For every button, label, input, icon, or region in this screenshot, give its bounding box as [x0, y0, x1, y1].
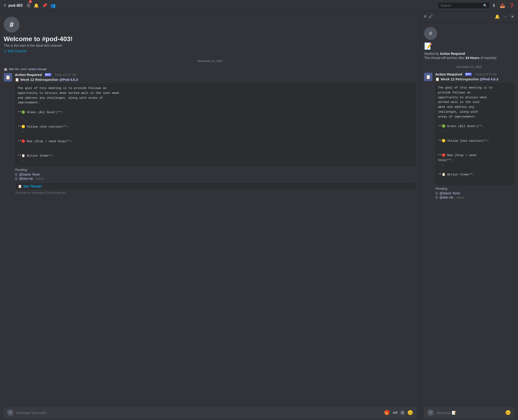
pending-checkbox-2[interactable]	[15, 177, 18, 180]
thread-top-icons: 🔔 ··· ✕	[495, 14, 514, 19]
date-separator: December 21, 2021	[0, 60, 420, 63]
add-attachment-button[interactable]: +	[7, 409, 14, 416]
message-title-text: Week 12 Retrospective	[20, 78, 58, 82]
top-bar-right-icons: ⬇ 📥 ❓	[492, 3, 514, 8]
download-icon[interactable]: ⬇	[492, 3, 496, 8]
see-thread-emoji: 📋	[18, 184, 22, 188]
edited-tag: (edited)	[35, 177, 44, 180]
command-user: Wei He	[9, 67, 19, 71]
started-by-prefix: Started by	[424, 52, 439, 55]
thread-header: # 📝 Started by Action Required This thre…	[420, 22, 518, 62]
pending-item-2: @Wei He (edited)	[15, 177, 416, 180]
thread-message-input[interactable]	[437, 411, 503, 415]
channel-header: # Welcome to #pod-403! This is the start…	[0, 11, 420, 57]
thread-hash-icon: #	[424, 14, 426, 19]
channel-icon-circle: #	[4, 17, 20, 32]
emoji-icon[interactable]: 😊	[407, 410, 413, 415]
main-layout: # Welcome to #pod-403! This is the start…	[0, 11, 518, 420]
thread-date-separator: December 21, 2021	[422, 65, 516, 68]
message-content: Action Required BOT Today at 9:57 AM 📋 W…	[15, 73, 416, 195]
message-row: 📋 Action Required BOT Today at 9:57 AM 📋…	[0, 72, 420, 195]
thread-hash-large: #	[429, 30, 432, 37]
thread-edited-tag: (edited)	[456, 196, 464, 199]
thread-pending-checkbox-1[interactable]	[435, 192, 438, 195]
pending-mention-2: @Wei He	[19, 177, 33, 180]
used-text: used	[20, 67, 26, 71]
thread-archive-note: This thread will archive after 24 Hours …	[424, 56, 514, 60]
date-separator-text: December 21, 2021	[197, 60, 223, 63]
search-icon: 🔍	[483, 4, 487, 8]
thread-messages: December 21, 2021 📋 Action Required BOT …	[420, 62, 518, 405]
thread-add-button[interactable]: +	[427, 409, 434, 416]
notification-badge: 1	[29, 0, 32, 3]
started-by-name: Action Required	[440, 52, 465, 55]
bot-icon-small: 🤖	[4, 67, 8, 71]
thread-pending-label: Pending:	[435, 187, 514, 190]
thread-message-title: 📋 Week 12 Retrospective @Pod 4.0.3	[435, 77, 514, 81]
thread-bell-icon[interactable]: 🔔	[495, 14, 500, 19]
archive-suffix: of inactivity.	[480, 56, 497, 60]
thread-bot-name: Action Required	[435, 72, 462, 76]
left-panel: # Welcome to #pod-403! This is the start…	[0, 11, 420, 420]
bot-tag: BOT	[45, 73, 51, 76]
thread-bot-avatar: 📋	[424, 73, 433, 81]
thread-pending-checkbox-2[interactable]	[435, 196, 438, 199]
message-timestamp: Today at 9:57 AM	[55, 73, 76, 76]
pending-mention-1: @Damir Temir	[19, 172, 40, 176]
thread-emoji-btn[interactable]: 😊	[505, 410, 511, 415]
thread-close-icon[interactable]: ✕	[511, 14, 514, 19]
pending-checkbox-1[interactable]	[15, 173, 18, 176]
welcome-title: Welcome to #pod-403!	[4, 35, 416, 43]
top-bar: # pod-403 ☰ 1 🔔 📌 👥 🔍 ⬇ 📥 ❓	[0, 0, 518, 11]
channel-title: pod-403	[8, 3, 23, 8]
bell-icon[interactable]: 🔔	[34, 3, 39, 8]
used-command-line: 🤖 Wei He used /action-thread	[0, 66, 420, 72]
thread-input-bar[interactable]: + 😊	[424, 407, 514, 418]
thread-date-text: December 21, 2021	[457, 65, 482, 68]
thread-started-by: Started by Action Required	[424, 52, 514, 55]
pending-item-1: @Damir Temir	[15, 172, 416, 176]
archive-duration: 24 Hours	[465, 56, 479, 60]
members-icon[interactable]: 👥	[50, 3, 55, 8]
edit-channel-label[interactable]: Edit Channel	[8, 49, 26, 53]
see-thread-label[interactable]: See Thread ›	[23, 184, 43, 188]
pending-label: Pending:	[15, 168, 416, 172]
channel-hash-large: #	[9, 20, 14, 29]
channel-hash-icon: #	[4, 3, 6, 8]
thread-pencil-icon: 🖊	[429, 14, 433, 19]
top-bar-left: # pod-403 ☰ 1 🔔 📌 👥	[4, 3, 435, 8]
right-panel: # 🖊 🔔 ··· ✕ # 📝 Started by Action Requir…	[420, 11, 518, 420]
thread-top-bar: # 🖊 🔔 ··· ✕	[420, 11, 518, 22]
gift-icon[interactable]: 🎁	[384, 410, 390, 415]
message-header: Action Required BOT Today at 9:57 AM	[15, 73, 416, 77]
thread-bot-tag: BOT	[465, 73, 472, 76]
thread-pending-mention-1: @Damir Temir	[440, 191, 460, 195]
thread-pending-item-2: @Wei He (edited)	[435, 195, 514, 199]
pin-icon[interactable]: 📌	[42, 3, 47, 8]
help-icon[interactable]: ❓	[509, 3, 514, 8]
thread-emoji-icon: 📝	[424, 42, 514, 50]
message-input-bar[interactable]: + 🎁 GIF ⊞ 😊	[4, 407, 416, 418]
thread-code-block: The goal of this meeting is to provide F…	[435, 83, 514, 185]
thread-more-icon[interactable]: ···	[503, 14, 507, 19]
message-title: 📋 Week 12 Retrospective @Pod 4.0.3	[15, 78, 416, 82]
message-mention: @Pod 4.0.3	[59, 78, 78, 82]
thread-message-row: 📋 Action Required BOT Today at 9:57 AM 📋…	[422, 71, 516, 201]
threads-icon[interactable]: ☰ 1	[27, 3, 31, 8]
edit-channel-link[interactable]: 🖊 Edit Channel	[4, 49, 416, 53]
thread-message-header: Action Required BOT Today at 9:57 AM	[435, 72, 514, 76]
see-thread-sub-text: There are no messages in this thread yet…	[15, 191, 416, 195]
see-thread-button[interactable]: 📋 See Thread ›	[15, 182, 416, 190]
thread-title-text: Week 12 Retrospective	[441, 77, 479, 81]
thread-pending-item-1: @Damir Temir	[435, 191, 514, 195]
search-input[interactable]	[441, 4, 482, 8]
search-bar[interactable]: 🔍	[438, 3, 489, 8]
message-code-block: The goal of this meeting is to provide F…	[15, 83, 416, 166]
apps-icon[interactable]: ⊞	[401, 410, 404, 415]
inbox-icon[interactable]: 📥	[500, 3, 505, 8]
thread-pending-mention-2: @Wei He	[440, 195, 453, 199]
message-input[interactable]	[16, 411, 381, 415]
pending-section: Pending: @Damir Temir @Wei He (edited)	[15, 168, 416, 180]
gif-icon[interactable]: GIF	[393, 411, 398, 414]
bot-avatar: 📋	[4, 73, 12, 82]
